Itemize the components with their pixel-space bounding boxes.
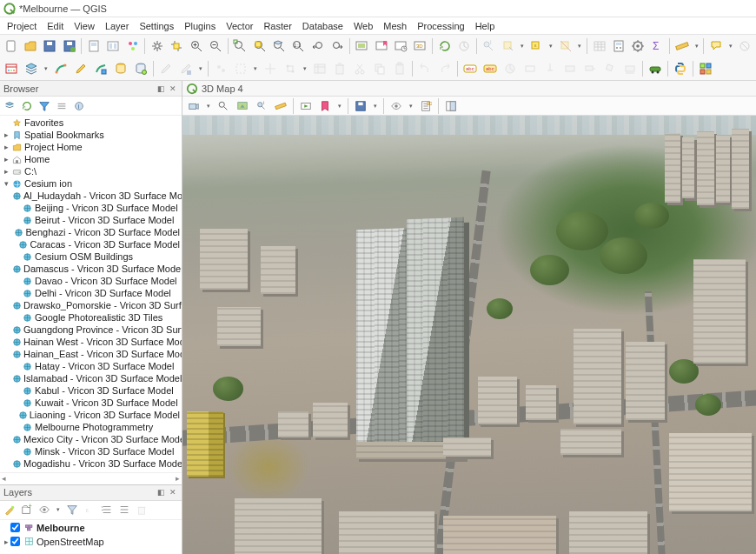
cut-features-button[interactable] [350, 59, 369, 78]
layers-undock-icon[interactable]: ◧ [156, 487, 166, 497]
select-value-dropdown-icon[interactable] [547, 43, 555, 50]
cesium-asset-item[interactable]: Mogadishu - Vricon 3D Surface Model [0, 457, 182, 470]
undo-button[interactable] [415, 59, 434, 78]
highlight-labels-button[interactable] [521, 59, 540, 78]
browser-add-layer-button[interactable] [2, 98, 17, 114]
cesium-asset-item[interactable]: Al_Hudaydah - Vricon 3D Surface Model [0, 190, 182, 202]
map3d-save-dropdown-icon[interactable] [371, 103, 380, 110]
layer-item-melbourne[interactable]: Melbourne [0, 521, 182, 535]
map3d-identify-button[interactable]: i [253, 97, 270, 115]
paste-features-button[interactable] [390, 59, 409, 78]
browser-hscrollbar[interactable]: ◂▸ [0, 472, 182, 484]
map3d-eye-dome-button[interactable] [388, 97, 405, 115]
copy-features-button[interactable] [370, 59, 389, 78]
save-project-button[interactable] [41, 37, 59, 56]
cesium-asset-item[interactable]: Google Photorealistic 3D Tiles [0, 311, 182, 324]
new-layer-dropdown-icon[interactable] [42, 65, 50, 72]
new-bookmark-button[interactable] [372, 37, 390, 56]
map3d-dock-button[interactable] [442, 97, 460, 115]
new-shapefile-button[interactable] [91, 59, 110, 78]
cesium-asset-item[interactable]: Beijing - Vricon 3D Surface Model [0, 202, 182, 214]
cesium-asset-item[interactable]: Cesium OSM Buildings [0, 250, 182, 263]
browser-close-icon[interactable]: ✕ [168, 83, 178, 94]
map3d-sync-2d-button[interactable] [234, 97, 251, 115]
cesium-asset-item[interactable]: Caracas - Vricon 3D Surface Model [0, 238, 182, 250]
no-action-button[interactable] [735, 37, 753, 56]
measure-dropdown-icon[interactable] [693, 43, 701, 50]
data-source-manager-button[interactable] [2, 59, 21, 78]
processing-toolbox-button[interactable] [629, 37, 647, 56]
map3d-zoom-full-button[interactable] [215, 97, 232, 115]
layout-manager-button[interactable] [104, 37, 123, 56]
save-as-button[interactable] [60, 37, 78, 56]
menu-mesh[interactable]: Mesh [378, 19, 412, 33]
digitize-dropdown-icon[interactable] [251, 65, 260, 72]
select-dropdown-icon[interactable] [518, 43, 527, 50]
cesium-asset-item[interactable]: Beirut - Vricon 3D Surface Model [0, 214, 182, 226]
expand-icon[interactable]: ▸ [2, 155, 10, 164]
browser-item-spatial-bookmarks[interactable]: ▸Spatial Bookmarks [0, 129, 182, 141]
zoom-selection-button[interactable] [250, 37, 269, 56]
cesium-asset-item[interactable]: Kuwait - Vricon 3D Surface Model [0, 397, 182, 409]
layers-collapse-button[interactable] [116, 502, 132, 517]
layer-item-openstreetmap[interactable]: ▸OpenStreetMap [0, 535, 182, 549]
cesium-asset-item[interactable]: Hainan West - Vricon 3D Surface Model [0, 336, 182, 348]
add-spatialite-button[interactable] [131, 59, 150, 78]
menu-vector[interactable]: Vector [221, 19, 258, 33]
layers-tree[interactable]: Melbourne▸OpenStreetMap [0, 520, 182, 554]
map3d-camera-dropdown-icon[interactable] [204, 103, 213, 110]
new-geopackage-button[interactable] [22, 59, 41, 78]
save-edits-dropdown-icon[interactable] [196, 65, 205, 72]
rotate-label-button[interactable] [600, 59, 620, 78]
cesium-asset-item[interactable]: Davao - Vricon 3D Surface Model [0, 275, 182, 287]
python-console-button[interactable] [671, 59, 690, 78]
cesium-asset-item[interactable]: Islamabad - Vricon 3D Surface Model [0, 372, 182, 384]
cesium-asset-item[interactable]: Delhi - Vricon 3D Surface Model [0, 287, 182, 299]
browser-undock-icon[interactable]: ◧ [156, 83, 166, 94]
maptips-dropdown-icon[interactable] [726, 43, 735, 50]
cesium-asset-item[interactable]: Melbourne Photogrammetry [0, 421, 182, 433]
zoom-native-button[interactable]: 1:1 [289, 37, 308, 56]
browser-collapse-button[interactable] [54, 98, 70, 114]
menu-help[interactable]: Help [470, 19, 501, 33]
new-virtual-layer-button[interactable] [111, 59, 130, 78]
edit-pencil-button[interactable] [71, 59, 90, 78]
new-print-layout-button[interactable] [84, 37, 103, 56]
add-feature-button[interactable] [211, 59, 230, 78]
pin-labels-button[interactable] [540, 59, 560, 78]
plugins-manage-button[interactable] [696, 59, 715, 78]
digitize-button[interactable] [231, 59, 250, 78]
field-calculator-button[interactable] [609, 37, 627, 56]
layers-expand-button[interactable] [99, 502, 115, 517]
map3d-options-button[interactable]: 3D [417, 97, 434, 115]
save-edits-button[interactable] [176, 59, 196, 78]
add-vector-layer-button[interactable] [51, 59, 70, 78]
layers-expression-button[interactable]: ε [82, 502, 97, 517]
layers-visibility-dropdown-icon[interactable] [54, 506, 63, 513]
zoom-in-button[interactable] [187, 37, 205, 56]
move-feature-button[interactable] [261, 59, 280, 78]
vertex-tool-button[interactable] [281, 59, 300, 78]
menu-settings[interactable]: Settings [134, 19, 179, 33]
map3d-save-image-button[interactable] [352, 97, 369, 115]
label-abc2-button[interactable]: abc [481, 59, 500, 78]
menu-edit[interactable]: Edit [42, 19, 69, 33]
browser-refresh-button[interactable] [19, 98, 35, 114]
layers-add-group-button[interactable]: + [19, 502, 35, 517]
cesium-asset-item[interactable]: Liaoning - Vricon 3D Surface Model [0, 409, 182, 421]
zoom-layer-button[interactable] [269, 37, 288, 56]
cesium-asset-item[interactable]: Hatay - Vricon 3D Surface Model [0, 360, 182, 372]
browser-item-c-[interactable]: ▸C:\ [0, 165, 182, 177]
layers-remove-button[interactable] [134, 502, 149, 517]
vertex-dropdown-icon[interactable] [301, 65, 309, 72]
menu-raster[interactable]: Raster [258, 19, 296, 33]
menu-view[interactable]: View [69, 19, 100, 33]
open-attribute-table-button[interactable] [590, 37, 608, 56]
maptips-button[interactable] [706, 37, 725, 56]
cesium-asset-item[interactable]: Hainan_East - Vricon 3D Surface Model [0, 348, 182, 360]
open-project-button[interactable] [21, 37, 39, 56]
refresh-button[interactable] [435, 37, 454, 56]
expand-icon[interactable]: ▸ [2, 143, 10, 151]
layers-close-icon[interactable]: ✕ [168, 487, 178, 497]
zoom-full-button[interactable] [231, 37, 249, 56]
